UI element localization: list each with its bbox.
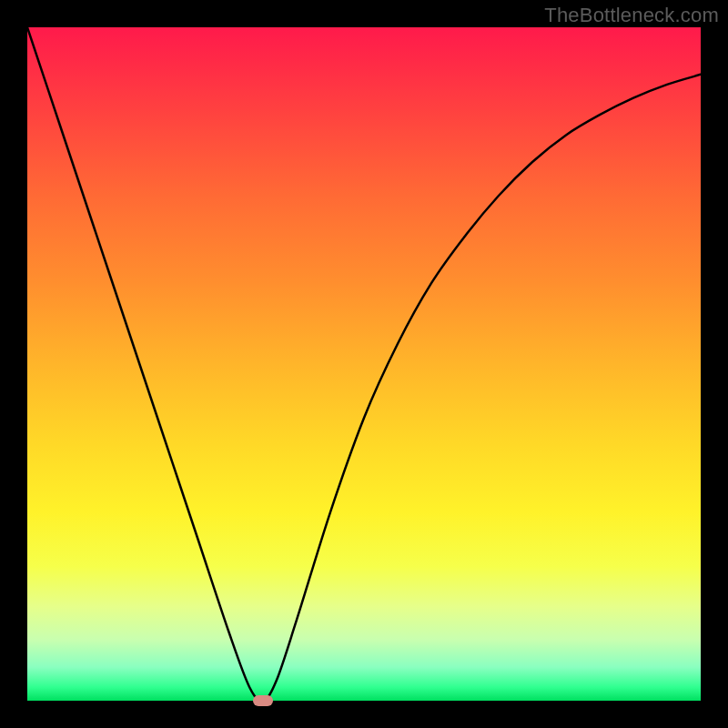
- chart-frame: TheBottleneck.com: [0, 0, 728, 728]
- watermark-text: TheBottleneck.com: [544, 4, 719, 27]
- bottleneck-curve: [27, 27, 701, 701]
- plot-area: [27, 27, 701, 701]
- optimal-marker: [253, 695, 273, 706]
